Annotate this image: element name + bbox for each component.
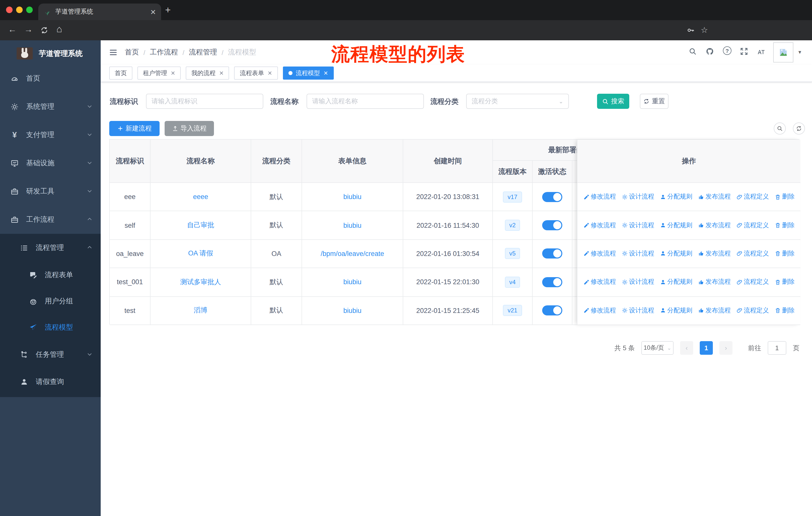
- table-refresh-button[interactable]: [793, 123, 805, 135]
- next-page-button[interactable]: ›: [719, 341, 732, 355]
- cell-form-link[interactable]: biubiu: [302, 268, 403, 297]
- delete-link[interactable]: 删除: [775, 278, 794, 287]
- process-definition-link[interactable]: 流程定义: [736, 221, 769, 229]
- prev-page-button[interactable]: ‹: [680, 341, 693, 355]
- tag-close-icon[interactable]: ✕: [267, 70, 272, 76]
- breadcrumb-process-mgmt[interactable]: 流程管理: [189, 48, 217, 57]
- sidebar-item-devtools[interactable]: 研发工具: [0, 178, 101, 206]
- window-minimize-button[interactable]: [16, 6, 23, 13]
- sidebar-item-workflow[interactable]: 工作流程: [0, 206, 101, 234]
- fullscreen-icon[interactable]: [740, 47, 748, 55]
- status-toggle[interactable]: [542, 306, 562, 316]
- cell-name-link[interactable]: OA 请假: [150, 240, 251, 268]
- password-key-icon[interactable]: [687, 26, 695, 34]
- cell-name-link[interactable]: 自己审批: [150, 211, 251, 240]
- search-icon[interactable]: [689, 47, 697, 55]
- help-icon[interactable]: ?: [723, 46, 731, 55]
- avatar-caret-icon[interactable]: ▾: [799, 49, 801, 55]
- assign-rule-link[interactable]: 分配规则: [660, 192, 692, 201]
- assign-rule-link[interactable]: 分配规则: [660, 306, 692, 315]
- table-search-button[interactable]: [774, 123, 786, 135]
- window-close-button[interactable]: [6, 6, 12, 13]
- sidebar-item-infra[interactable]: 基础设施: [0, 149, 101, 178]
- tab-close-icon[interactable]: ✕: [150, 8, 156, 16]
- page-size-select[interactable]: 10条/页 ⌄: [641, 341, 673, 355]
- publish-process-link[interactable]: 发布流程: [698, 278, 731, 287]
- assign-rule-link[interactable]: 分配规则: [660, 221, 692, 229]
- tag-process-model-active[interactable]: 流程模型✕: [283, 66, 334, 80]
- tag-close-icon[interactable]: ✕: [219, 70, 224, 76]
- goto-page-input[interactable]: 1: [768, 341, 786, 355]
- back-icon[interactable]: ←: [8, 25, 17, 35]
- sidebar-item-home[interactable]: 首页: [0, 64, 101, 93]
- publish-process-link[interactable]: 发布流程: [698, 221, 731, 229]
- tag-my-process[interactable]: 我的流程✕: [186, 66, 229, 80]
- edit-process-link[interactable]: 修改流程: [583, 249, 616, 258]
- sidebar-item-process-mgmt[interactable]: 流程管理: [0, 234, 101, 262]
- filter-category-select[interactable]: 流程分类 ⌄: [466, 94, 569, 109]
- design-process-link[interactable]: 设计流程: [621, 249, 654, 258]
- forward-icon[interactable]: →: [24, 25, 33, 35]
- edit-process-link[interactable]: 修改流程: [583, 306, 616, 315]
- cell-form-link[interactable]: biubiu: [302, 297, 403, 325]
- delete-link[interactable]: 删除: [775, 221, 794, 229]
- tag-home[interactable]: 首页: [109, 66, 133, 80]
- new-tab-button[interactable]: +: [165, 4, 171, 16]
- delete-link[interactable]: 删除: [775, 306, 794, 315]
- design-process-link[interactable]: 设计流程: [621, 192, 654, 201]
- design-process-link[interactable]: 设计流程: [621, 221, 654, 229]
- home-icon[interactable]: ⌂: [56, 24, 62, 35]
- reload-icon[interactable]: [40, 26, 48, 34]
- delete-link[interactable]: 删除: [775, 192, 794, 201]
- process-definition-link[interactable]: 流程定义: [736, 306, 769, 315]
- github-icon[interactable]: [706, 47, 714, 55]
- cell-name-link[interactable]: eeee: [150, 183, 251, 211]
- browser-tab[interactable]: 芋道管理系统 ✕: [38, 3, 161, 20]
- font-size-icon[interactable]: [757, 47, 765, 55]
- process-definition-link[interactable]: 流程定义: [736, 249, 769, 258]
- breadcrumb-home[interactable]: 首页: [125, 48, 139, 57]
- status-toggle[interactable]: [542, 220, 562, 230]
- process-definition-link[interactable]: 流程定义: [736, 192, 769, 201]
- bookmark-star-icon[interactable]: ☆: [701, 25, 708, 35]
- status-toggle[interactable]: [542, 277, 562, 287]
- cell-form-link[interactable]: biubiu: [302, 183, 403, 211]
- publish-process-link[interactable]: 发布流程: [698, 306, 731, 315]
- sidebar-item-process-form[interactable]: 流程表单: [0, 262, 101, 288]
- assign-rule-link[interactable]: 分配规则: [660, 278, 692, 287]
- status-toggle[interactable]: [542, 249, 562, 259]
- cell-form-link[interactable]: biubiu: [302, 211, 403, 240]
- design-process-link[interactable]: 设计流程: [621, 306, 654, 315]
- sidebar-item-process-model[interactable]: 流程模型: [0, 315, 101, 341]
- filter-id-input[interactable]: 请输入流程标识: [146, 94, 263, 109]
- page-1-button[interactable]: 1: [700, 341, 713, 355]
- reset-button[interactable]: 重置: [640, 94, 669, 109]
- sidebar-collapse-icon[interactable]: [109, 48, 118, 57]
- window-zoom-button[interactable]: [26, 6, 33, 13]
- import-process-button[interactable]: 导入流程: [165, 121, 214, 136]
- cell-form-link[interactable]: /bpm/oa/leave/create: [302, 240, 403, 268]
- avatar[interactable]: [773, 42, 793, 62]
- sidebar-item-leave-query[interactable]: 请假查询: [0, 369, 101, 395]
- edit-process-link[interactable]: 修改流程: [583, 278, 616, 287]
- assign-rule-link[interactable]: 分配规则: [660, 249, 692, 258]
- sidebar-item-payment[interactable]: ¥ 支付管理: [0, 121, 101, 149]
- status-toggle[interactable]: [542, 192, 562, 202]
- publish-process-link[interactable]: 发布流程: [698, 192, 731, 201]
- tag-tenant[interactable]: 租户管理✕: [138, 66, 181, 80]
- cell-name-link[interactable]: 滔博: [150, 297, 251, 325]
- create-process-button[interactable]: 新建流程: [109, 121, 160, 136]
- tag-process-form[interactable]: 流程表单✕: [234, 66, 278, 80]
- filter-name-input[interactable]: 请输入流程名称: [307, 94, 424, 109]
- publish-process-link[interactable]: 发布流程: [698, 249, 731, 258]
- edit-process-link[interactable]: 修改流程: [583, 192, 616, 201]
- sidebar-item-task-mgmt[interactable]: 任务管理: [0, 341, 101, 369]
- process-definition-link[interactable]: 流程定义: [736, 278, 769, 287]
- cell-name-link[interactable]: 测试多审批人: [150, 268, 251, 297]
- edit-process-link[interactable]: 修改流程: [583, 221, 616, 229]
- sidebar-item-system[interactable]: 系统管理: [0, 93, 101, 121]
- design-process-link[interactable]: 设计流程: [621, 278, 654, 287]
- search-button[interactable]: 搜索: [597, 94, 629, 109]
- breadcrumb-workflow[interactable]: 工作流程: [150, 48, 178, 57]
- tag-close-icon[interactable]: ✕: [171, 70, 175, 76]
